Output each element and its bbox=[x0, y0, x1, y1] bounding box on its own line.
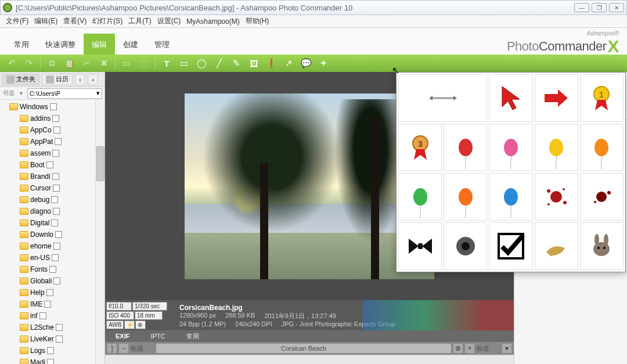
tree-item[interactable]: L2Sche bbox=[3, 322, 105, 333]
meta-tab-common[interactable]: 常用 bbox=[176, 330, 210, 342]
tree-item[interactable]: addins bbox=[3, 113, 105, 124]
tree-checkbox[interactable] bbox=[53, 243, 60, 250]
sticker-bullet-hole[interactable] bbox=[444, 222, 487, 270]
tree-item[interactable]: IME bbox=[3, 298, 105, 310]
minimize-button[interactable]: — bbox=[574, 3, 589, 12]
redo-button[interactable]: ↷ bbox=[21, 56, 37, 70]
tree-checkbox[interactable] bbox=[49, 266, 56, 273]
menu-view[interactable]: 查看(V) bbox=[63, 16, 87, 26]
tree-item[interactable]: Downlo bbox=[3, 229, 105, 240]
meta-tab-exif[interactable]: EXIF bbox=[105, 330, 140, 342]
speech-tool[interactable]: 💬 bbox=[298, 56, 314, 70]
tree-checkbox[interactable] bbox=[53, 277, 60, 284]
sticker-balloon-yellow[interactable] bbox=[535, 124, 578, 171]
sticker-balloon-blue[interactable] bbox=[489, 173, 532, 221]
line-tool[interactable]: ╱ bbox=[211, 56, 227, 70]
tree-checkbox[interactable] bbox=[52, 254, 59, 261]
tree-item[interactable]: Fonts bbox=[3, 264, 105, 275]
ellipse-tool[interactable]: ◯ bbox=[193, 56, 210, 70]
tree-item[interactable]: Brandi bbox=[3, 171, 105, 182]
tree-item[interactable]: Windows bbox=[3, 101, 105, 113]
close-button[interactable]: ✕ bbox=[609, 3, 624, 12]
tree-checkbox[interactable] bbox=[47, 347, 54, 354]
tree-checkbox[interactable] bbox=[51, 196, 58, 203]
brush-tool[interactable]: ✎ bbox=[228, 56, 244, 70]
sidebar-tab-folders[interactable]: 文件夹 bbox=[2, 74, 39, 85]
tree-checkbox[interactable] bbox=[53, 127, 60, 134]
tree-item[interactable]: Cursor bbox=[3, 182, 105, 194]
tree-item[interactable]: inf bbox=[3, 310, 105, 322]
tree-item[interactable]: Globali bbox=[3, 275, 105, 287]
menu-edit[interactable]: 编辑(E) bbox=[34, 16, 57, 26]
sticker-balloon-orange[interactable] bbox=[580, 124, 624, 171]
text-tool[interactable]: T bbox=[158, 56, 175, 70]
tree-item[interactable]: AppCo bbox=[3, 124, 105, 136]
tree-checkbox[interactable] bbox=[52, 115, 59, 122]
tree-scrollbar[interactable] bbox=[95, 100, 105, 364]
sticker-splat-red[interactable] bbox=[535, 173, 578, 221]
sticker-double-arrow[interactable] bbox=[398, 74, 487, 122]
tree-checkbox[interactable] bbox=[39, 312, 46, 319]
sticker-balloon-green[interactable] bbox=[398, 173, 442, 221]
tree-item[interactable]: diagno bbox=[3, 206, 105, 217]
tree-checkbox[interactable] bbox=[56, 324, 63, 331]
tree-item[interactable]: Help bbox=[3, 287, 105, 298]
meta-tab-iptc[interactable]: IPTC bbox=[140, 330, 175, 342]
tree-item[interactable]: ehome bbox=[3, 240, 105, 252]
image-tool[interactable]: 🖼 bbox=[246, 56, 262, 70]
sticker-medal-gold-1[interactable]: 1 bbox=[580, 74, 624, 122]
sticker-balloon-red[interactable] bbox=[444, 124, 487, 171]
tree-checkbox[interactable] bbox=[52, 173, 59, 180]
tab-manage[interactable]: 管理 bbox=[146, 34, 178, 55]
sticker-checkmark[interactable] bbox=[489, 222, 532, 270]
sticker-smear[interactable] bbox=[535, 222, 578, 270]
exif-more-icon[interactable]: ⊕ bbox=[135, 320, 146, 329]
tab-edit[interactable]: 编辑 bbox=[84, 34, 115, 55]
arrow-tool[interactable]: ↗ bbox=[280, 56, 297, 70]
tree-checkbox[interactable] bbox=[46, 289, 53, 296]
rectangle-tool[interactable]: ▭ bbox=[176, 56, 192, 70]
tree-item[interactable]: Digital bbox=[3, 217, 105, 229]
sidebar-nav-next[interactable]: › bbox=[88, 74, 98, 85]
tab-create[interactable]: 创建 bbox=[115, 34, 146, 55]
menu-tools[interactable]: 工具(T) bbox=[128, 16, 151, 26]
delete-button[interactable]: ✖ bbox=[96, 56, 112, 70]
bookmarks-dropdown-icon[interactable]: ▼ bbox=[19, 91, 24, 96]
crop-rect-button[interactable]: ▭ bbox=[118, 56, 135, 70]
tree-item[interactable]: Madi bbox=[3, 356, 105, 364]
tree-checkbox[interactable] bbox=[52, 150, 59, 157]
tree-checkbox[interactable] bbox=[56, 336, 63, 343]
sticker-cursor-red[interactable] bbox=[489, 74, 532, 122]
tree-item[interactable]: en-US bbox=[3, 252, 105, 264]
tree-checkbox[interactable] bbox=[50, 103, 57, 110]
menu-myashampoo[interactable]: MyAshampoo(M) bbox=[186, 17, 239, 26]
sticker-balloon-pink[interactable] bbox=[489, 124, 532, 171]
horizontal-scrollbar[interactable] bbox=[105, 355, 514, 364]
sticker-donkey[interactable] bbox=[580, 222, 624, 270]
sticker-bowtie[interactable] bbox=[398, 222, 442, 270]
tag-minus-button[interactable]: − bbox=[119, 344, 128, 353]
tree-checkbox[interactable] bbox=[53, 185, 60, 192]
tab-quick[interactable]: 快速调整 bbox=[37, 34, 84, 55]
undo-button[interactable]: ↶ bbox=[3, 56, 20, 70]
tree-checkbox[interactable] bbox=[55, 231, 62, 238]
menu-settings[interactable]: 设置(C) bbox=[157, 16, 181, 26]
tag-expand-button[interactable]: ] bbox=[107, 344, 117, 353]
sidebar-tab-calendar[interactable]: 日历 bbox=[42, 74, 73, 85]
tab-common[interactable]: 常用 bbox=[6, 34, 37, 55]
menu-slideshow[interactable]: 幻灯片(S) bbox=[92, 16, 122, 26]
bookmarks-label[interactable]: 书签 bbox=[2, 89, 15, 98]
cut-button[interactable]: ✂ bbox=[78, 56, 95, 70]
path-input[interactable]: C:\Users\P▾ bbox=[27, 88, 102, 99]
sticker-arrow-right-red[interactable] bbox=[535, 74, 578, 122]
sticker-balloon-orange2[interactable] bbox=[444, 173, 487, 221]
callout-tool[interactable]: ❗ bbox=[263, 56, 279, 70]
menu-help[interactable]: 帮助(H) bbox=[246, 16, 269, 26]
folder-tree[interactable]: WindowsaddinsAppCoAppPatassemBootBrandiC… bbox=[0, 100, 105, 364]
tree-checkbox[interactable] bbox=[51, 219, 58, 226]
sidebar-nav-prev[interactable]: ‹ bbox=[75, 74, 85, 85]
tree-item[interactable]: LiveKer bbox=[3, 333, 105, 345]
maximize-button[interactable]: ❐ bbox=[592, 3, 607, 12]
tree-checkbox[interactable] bbox=[47, 359, 54, 364]
tree-checkbox[interactable] bbox=[44, 301, 51, 308]
